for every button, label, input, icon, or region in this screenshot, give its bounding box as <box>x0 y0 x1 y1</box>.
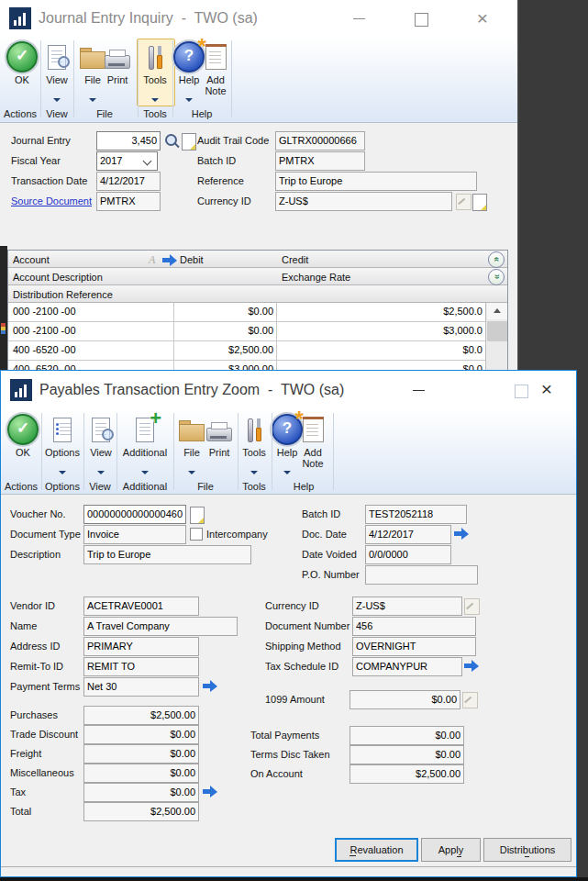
scroll-to-bottom-button[interactable] <box>488 269 505 285</box>
vertical-scrollbar[interactable] <box>485 303 507 370</box>
amount-1099-label: 1099 Amount <box>265 694 325 705</box>
view-label: View <box>82 447 120 458</box>
terms-disc-taken-field: $0.00 <box>349 745 464 764</box>
tax-schedule-zoom-arrow-icon[interactable] <box>464 660 479 672</box>
trade-discount-field: $0.00 <box>83 725 199 744</box>
tools-icon <box>243 416 265 443</box>
maximize-button[interactable] <box>515 385 528 398</box>
freight-label: Freight <box>10 748 41 759</box>
lookup-magnifier-icon[interactable] <box>164 133 180 150</box>
ok-label: OK <box>4 447 42 458</box>
ribbon-group-label: View <box>80 481 120 492</box>
remit-to-id-field: REMIT TO <box>83 657 199 676</box>
remit-to-id-label: Remit-To ID <box>10 661 63 672</box>
payment-terms-field[interactable]: Net 30 <box>83 677 199 697</box>
currency-id-field[interactable]: Z-US$ <box>352 597 462 616</box>
payment-terms-zoom-arrow-icon[interactable] <box>203 680 217 692</box>
apply-button[interactable]: Apply <box>421 838 481 862</box>
account-column-header: Account <box>13 254 50 265</box>
minimize-button[interactable] <box>349 7 371 29</box>
scroll-to-top-button[interactable] <box>488 251 505 268</box>
payment-terms-label: Payment Terms <box>10 681 80 692</box>
terms-disc-taken-label: Terms Disc Taken <box>250 749 330 760</box>
batch-id-label: Batch ID <box>197 155 236 166</box>
tax-label: Tax <box>10 786 26 797</box>
description-label: Description <box>10 549 61 560</box>
journal-entry-field[interactable]: 3,450 <box>96 131 161 151</box>
minimize-button[interactable] <box>408 379 430 401</box>
print-button[interactable]: Print <box>97 39 138 104</box>
note-icon[interactable] <box>472 194 487 211</box>
note-icon[interactable] <box>190 507 205 524</box>
source-document-field[interactable]: PMTRX <box>96 192 161 211</box>
credit-cell: $0.0 <box>277 361 485 370</box>
address-id-field: PRIMARY <box>83 637 199 656</box>
doc-date-zoom-arrow-icon[interactable] <box>454 528 469 540</box>
tax-zoom-arrow-icon[interactable] <box>203 786 217 797</box>
grid-header-row-1 <box>8 251 507 268</box>
payables-transaction-entry-zoom-window: Payables Transaction Entry Zoom - TWO (s… <box>0 370 577 877</box>
batch-id-label: Batch ID <box>302 508 340 519</box>
document-number-label: Document Number <box>265 620 349 631</box>
ribbon-separator <box>40 40 41 117</box>
note-icon[interactable] <box>182 133 196 151</box>
intercompany-checkbox[interactable] <box>190 528 203 541</box>
address-id-label: Address ID <box>10 641 60 652</box>
dropdown-arrow-icon <box>283 471 291 474</box>
expansion-icon-disabled <box>456 194 472 210</box>
debit-cell: $0.00 <box>174 303 277 321</box>
journal-entry-label: Journal Entry <box>11 135 71 146</box>
font-selector-icon[interactable] <box>149 253 161 267</box>
scrollbar-thumb[interactable] <box>487 321 507 341</box>
document-type-label: Document Type <box>10 529 81 540</box>
background-window-edge <box>0 246 7 370</box>
view-button[interactable]: View <box>81 412 121 476</box>
total-payments-label: Total Payments <box>250 730 319 741</box>
fiscal-year-dropdown[interactable]: 2017 <box>96 151 158 171</box>
po-number-field <box>365 565 478 585</box>
view-button[interactable]: View <box>37 39 77 104</box>
account-cell: 000 -2100 -00 <box>8 303 174 321</box>
total-field: $2,500.00 <box>83 802 199 821</box>
ribbon-group-label: File <box>185 481 226 492</box>
ok-button[interactable]: OK <box>3 412 43 476</box>
grid-row[interactable]: 000 -2100 -00 $0.00 $3,000.0 <box>8 322 485 341</box>
add-note-button[interactable]: Add Note <box>195 39 236 104</box>
grid-row[interactable]: 000 -2100 -00 $0.00 $2,500.0 <box>8 303 485 322</box>
ribbon-group-label: Help <box>182 108 222 119</box>
vendor-name-field: A Travel Company <box>83 617 238 636</box>
options-button[interactable]: Options <box>42 412 83 476</box>
scrollbar-up-arrow[interactable] <box>487 303 507 319</box>
total-payments-field: $0.00 <box>349 726 464 745</box>
account-expansion-arrow-icon[interactable] <box>162 254 177 266</box>
ribbon-separator <box>173 413 174 490</box>
currency-id-label: Currency ID <box>265 600 319 611</box>
tax-schedule-id-field[interactable]: COMPANYPUR <box>352 657 462 676</box>
maximize-button[interactable] <box>415 13 428 27</box>
add-note-button[interactable]: Add Note <box>293 412 333 476</box>
debit-cell: $3,000.00 <box>174 361 277 370</box>
grid-row[interactable]: 400 -6520 -00 $3,000.00 $0.0 <box>8 361 485 370</box>
trade-discount-label: Trade Discount <box>10 729 78 740</box>
tax-field[interactable]: $0.00 <box>83 783 199 802</box>
ribbon-group-label: Additional <box>119 481 171 492</box>
distribution-reference-header: Distribution Reference <box>13 289 113 300</box>
ribbon-separator <box>238 413 239 490</box>
printer-icon <box>105 55 130 69</box>
ribbon-separator <box>272 413 272 490</box>
source-document-link[interactable]: Source Document <box>11 195 92 206</box>
currency-id-field[interactable]: Z-US$ <box>275 192 452 211</box>
grid-row[interactable]: 400 -6520 -00 $2,500.00 $0.0 <box>8 341 485 361</box>
additional-button[interactable]: Additional <box>119 412 171 476</box>
doc-date-field[interactable]: 4/12/2017 <box>365 525 451 544</box>
distributions-button[interactable]: Distributions <box>483 838 571 862</box>
close-button[interactable] <box>536 378 558 400</box>
voucher-no-field[interactable]: 00000000000000460 <box>83 505 186 524</box>
account-description-header: Account Description <box>13 272 103 283</box>
revaluation-button[interactable]: Revaluation <box>335 838 418 862</box>
close-button[interactable] <box>472 7 494 29</box>
ok-check-icon <box>7 414 39 445</box>
miscellaneous-field: $0.00 <box>83 764 199 783</box>
transaction-date-field[interactable]: 4/12/2017 <box>96 172 161 191</box>
dropdown-arrow-icon <box>151 98 159 102</box>
